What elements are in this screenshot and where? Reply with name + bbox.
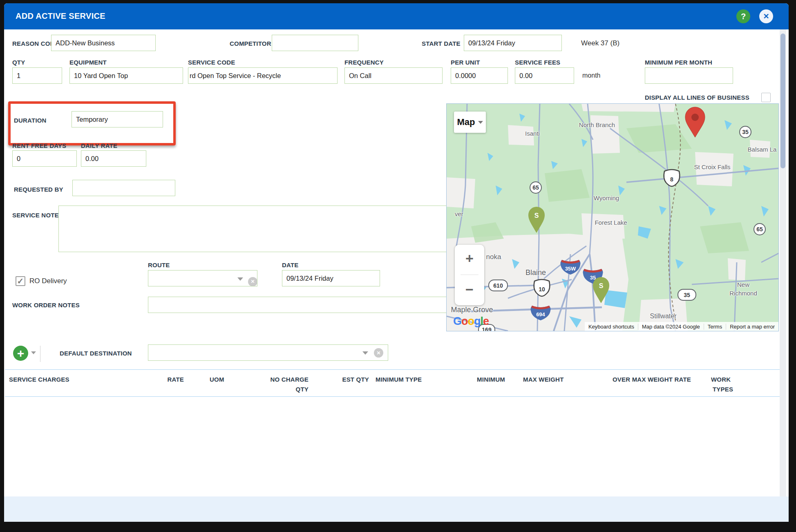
col-uom: UOM: [210, 376, 224, 383]
reason-code-select[interactable]: ADD-New Business ✕: [51, 35, 156, 51]
qty-input[interactable]: 1: [12, 67, 62, 84]
service-code-label: SERVICE CODE: [188, 59, 235, 66]
map-label-maple-grove: Maple Grove: [451, 306, 493, 314]
ro-delivery-label: RO Delivery: [29, 277, 67, 285]
svg-text:610: 610: [493, 282, 503, 289]
map-label-forest-lake: Forest Lake: [595, 219, 627, 226]
default-destination-select[interactable]: ✕: [148, 344, 388, 361]
per-unit-input[interactable]: 0.0000: [451, 67, 508, 84]
svg-text:35: 35: [742, 129, 749, 135]
week-indicator: Week 37 (B): [581, 39, 619, 47]
scrollbar-thumb[interactable]: [780, 34, 785, 168]
map-label-new-richmond2: Richmond: [729, 290, 757, 297]
route-select[interactable]: ✕: [148, 270, 257, 286]
map-label-isanti: Isanti: [525, 130, 540, 137]
map-label-balsam-lake: Balsam La: [748, 146, 777, 153]
col-max-weight: MAX WEIGHT: [523, 376, 564, 383]
start-date-label: START DATE: [422, 40, 461, 47]
map-type-button[interactable]: Map: [454, 112, 486, 133]
col-no-charge-qty: QTY: [264, 386, 309, 393]
service-notes-label: SERVICE NOTES: [12, 212, 63, 219]
per-unit-label: PER UNIT: [451, 59, 480, 66]
qty-label: QTY: [12, 59, 25, 66]
chevron-down-icon[interactable]: [362, 351, 368, 355]
service-notes-textarea[interactable]: [58, 206, 447, 252]
rent-free-days-label: RENT FREE DAYS: [12, 142, 66, 149]
report-map-error-link[interactable]: Report a map error: [726, 324, 778, 330]
terms-link[interactable]: Terms: [704, 324, 726, 330]
duration-label: DURATION: [14, 117, 47, 124]
close-icon[interactable]: ✕: [759, 9, 773, 23]
map-attribution: Keyboard shortcuts Map data ©2024 Google…: [585, 322, 778, 331]
frequency-select[interactable]: On Call ✕: [344, 67, 443, 84]
svg-text:8: 8: [670, 176, 673, 183]
daily-rate-input[interactable]: 0.00: [81, 150, 146, 167]
site-marker-icon[interactable]: S: [528, 207, 545, 233]
divider: [40, 346, 40, 362]
map-label-ver: ver: [455, 210, 463, 217]
location-pin-icon[interactable]: [685, 107, 705, 137]
work-order-notes-input[interactable]: [148, 297, 447, 313]
map-zoom-control: + −: [455, 245, 484, 305]
dialog-title: ADD ACTIVE SERVICE: [16, 11, 105, 21]
dialog-footer: SAVE: [4, 496, 789, 522]
competitor-select[interactable]: ✕: [272, 35, 358, 51]
google-logo[interactable]: Google: [453, 315, 489, 328]
divider: [461, 275, 478, 275]
svg-text:10: 10: [539, 286, 545, 293]
dialog-header: ADD ACTIVE SERVICE ? ✕: [4, 3, 789, 29]
equipment-label: EQUIPMENT: [69, 59, 107, 66]
requested-by-label: REQUESTED BY: [14, 186, 63, 193]
svg-text:35: 35: [684, 292, 690, 298]
map-label-anoka: noka: [486, 253, 501, 261]
clear-icon[interactable]: ✕: [374, 348, 383, 358]
google-map[interactable]: 65 65 35 35 610 169 8 10: [446, 103, 779, 331]
requested-by-input[interactable]: [72, 180, 175, 196]
service-fees-unit: month: [582, 72, 600, 79]
col-work-types: TYPES: [713, 386, 733, 393]
col-work: WORK: [711, 376, 731, 383]
map-label-wyoming: Wyoming: [594, 194, 619, 201]
svg-text:S: S: [599, 282, 604, 289]
chevron-down-icon[interactable]: [31, 351, 36, 354]
zoom-out-button[interactable]: −: [455, 282, 484, 296]
help-icon[interactable]: ?: [736, 9, 750, 23]
keyboard-shortcuts-link[interactable]: Keyboard shortcuts: [585, 324, 638, 330]
rent-free-days-input[interactable]: 0: [12, 150, 77, 167]
col-service-charges: SERVICE CHARGES: [9, 376, 69, 383]
chevron-down-icon[interactable]: [237, 277, 243, 281]
duration-select[interactable]: Temporary: [72, 111, 163, 127]
display-all-lob-label: DISPLAY ALL LINES OF BUSINESS: [645, 94, 749, 101]
col-rate: RATE: [166, 376, 184, 383]
col-minimum: MINIMUM: [468, 376, 505, 383]
service-fees-label: SERVICE FEES: [515, 59, 560, 66]
scrollbar-track[interactable]: [780, 29, 786, 496]
svg-text:65: 65: [756, 226, 763, 232]
map-data-text: Map data ©2024 Google: [638, 324, 704, 330]
col-no-charge: NO CHARGE: [264, 376, 309, 383]
map-canvas: 65 65 35 35 610 169 8 10: [447, 104, 778, 331]
competitor-label: COMPETITOR: [230, 40, 271, 47]
work-order-notes-label: WORK ORDER NOTES: [12, 302, 80, 308]
display-all-lob-checkbox[interactable]: [761, 93, 771, 102]
service-code-select[interactable]: rd Open Top Service - Recycle ✕: [188, 67, 338, 84]
col-est-qty: EST QTY: [338, 376, 369, 383]
equipment-select[interactable]: 10 Yard Open Top ✕: [69, 67, 183, 84]
ro-delivery-checkbox[interactable]: ✓: [16, 276, 25, 286]
zoom-in-button[interactable]: +: [455, 251, 484, 265]
service-fees-input[interactable]: 0.00: [515, 67, 574, 84]
delivery-date-label: DATE: [282, 262, 299, 268]
default-destination-label: DEFAULT DESTINATION: [60, 350, 132, 357]
start-date-input[interactable]: 09/13/24 Friday: [464, 35, 562, 51]
daily-rate-label: DAILY RATE: [81, 142, 117, 149]
table-top-divider: [5, 369, 783, 370]
map-label-stillwater: Stillwater: [650, 313, 677, 320]
table-bottom-divider: [5, 396, 783, 397]
clear-icon[interactable]: ✕: [248, 277, 257, 286]
add-service-charge-button[interactable]: +: [13, 346, 28, 361]
minimum-per-month-input[interactable]: [645, 67, 733, 84]
map-label-north-branch: North Branch: [579, 121, 615, 128]
route-label: ROUTE: [148, 262, 170, 268]
map-label-st-croix-falls: St Croix Falls: [694, 163, 730, 170]
delivery-date-input[interactable]: 09/13/24 Friday: [282, 270, 380, 286]
